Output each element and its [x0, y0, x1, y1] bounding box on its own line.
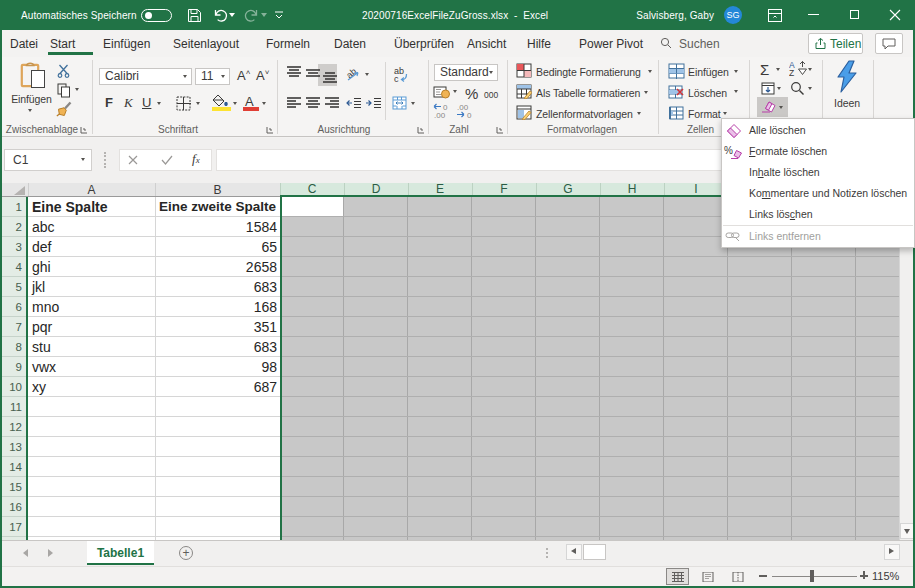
svg-text:.00: .00 [434, 111, 446, 118]
svg-text:c: c [394, 74, 399, 83]
svg-text:Z: Z [789, 68, 794, 76]
svg-text:0: 0 [467, 111, 472, 118]
